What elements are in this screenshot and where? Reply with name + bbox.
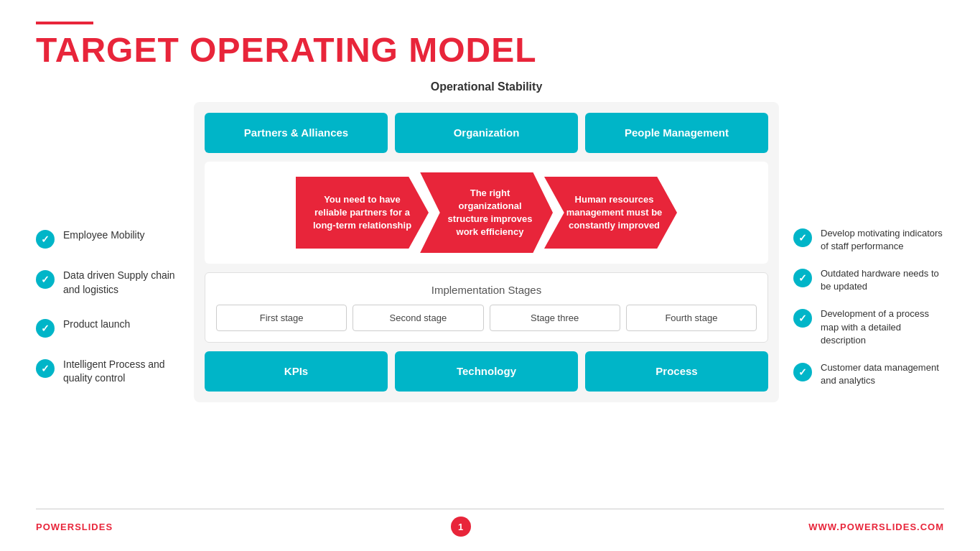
stage-2-button[interactable]: Second stage	[353, 305, 483, 331]
right-item-label-4: Customer data management and analytics	[821, 361, 944, 387]
right-item-4: Customer data management and analytics	[793, 361, 944, 387]
check-icon-4	[36, 359, 55, 378]
organization-button[interactable]: Organization	[395, 113, 578, 153]
right-item-1: Develop motivating indicators of staff p…	[793, 227, 944, 253]
check-icon-1	[36, 230, 55, 249]
header-accent-line	[36, 22, 93, 24]
footer-brand-black: POWER	[36, 522, 75, 532]
center-diagram: Operational Stability Partners & Allianc…	[194, 80, 779, 505]
footer: POWERSLIDES 1 WWW.POWERSLIDES.COM	[36, 509, 944, 537]
stage-4-button[interactable]: Fourth stage	[626, 305, 757, 331]
page-title: TARGET OPERATING MODEL	[36, 30, 944, 70]
right-item-3: Development of a process map with a deta…	[793, 307, 944, 347]
implementation-title: Implementation Stages	[216, 284, 757, 296]
process-button[interactable]: Process	[585, 351, 768, 392]
arrow-text-3: Human resources management must be const…	[566, 193, 663, 233]
page: TARGET OPERATING MODEL Employee Mobility…	[0, 0, 980, 551]
title-black: TARGET OPERATING	[36, 31, 398, 69]
right-item-label-3: Development of a process map with a deta…	[821, 307, 944, 347]
right-item-label-1: Develop motivating indicators of staff p…	[821, 227, 944, 253]
arrow-item-2: The right organizational structure impro…	[420, 172, 553, 254]
arrow-text-1: You need to have reliable partners for a…	[310, 193, 414, 233]
check-icon-2	[36, 270, 55, 289]
bottom-buttons-row: KPIs Technology Process	[205, 351, 768, 392]
arrow-shape-2: The right organizational structure impro…	[420, 172, 553, 254]
right-item-2: Outdated hardware needs to be updated	[793, 267, 944, 293]
left-sidebar: Employee Mobility Data driven Supply cha…	[36, 80, 194, 505]
partners-alliances-button[interactable]: Partners & Alliances	[205, 113, 388, 153]
technology-button[interactable]: Technology	[395, 351, 578, 392]
arrow-shape-1: You need to have reliable partners for a…	[296, 177, 429, 249]
page-badge: 1	[451, 517, 471, 537]
people-management-button[interactable]: People Management	[585, 113, 768, 153]
footer-brand: POWERSLIDES	[36, 522, 113, 532]
left-item-4: Intelligent Process and quality control	[36, 358, 187, 386]
left-item-3: Product launch	[36, 318, 187, 338]
top-buttons-row: Partners & Alliances Organization People…	[205, 113, 768, 153]
arrow-item-3: Human resources management must be const…	[544, 177, 677, 249]
right-sidebar: Develop motivating indicators of staff p…	[779, 80, 944, 505]
left-item-label-2: Data driven Supply chain and logistics	[63, 269, 187, 297]
footer-url: WWW.POWERSLIDES.COM	[808, 522, 944, 532]
arrow-text-2: The right organizational structure impro…	[442, 187, 538, 239]
left-item-2: Data driven Supply chain and logistics	[36, 269, 187, 297]
title-red: MODEL	[409, 31, 536, 69]
left-item-1: Employee Mobility	[36, 228, 187, 249]
footer-brand-red: SLIDES	[75, 522, 113, 532]
stage-1-button[interactable]: First stage	[216, 305, 347, 331]
right-check-icon-3	[793, 309, 812, 328]
operational-stability-label: Operational Stability	[431, 80, 543, 93]
right-check-icon-2	[793, 269, 812, 287]
right-check-icon-1	[793, 228, 812, 247]
check-icon-3	[36, 319, 55, 338]
right-check-icon-4	[793, 363, 812, 381]
diagram-box: Partners & Alliances Organization People…	[194, 102, 779, 402]
footer-page-number: 1	[451, 517, 471, 537]
main-content: Employee Mobility Data driven Supply cha…	[36, 80, 944, 505]
left-item-label-1: Employee Mobility	[63, 228, 145, 243]
left-item-label-4: Intelligent Process and quality control	[63, 358, 187, 386]
arrow-shape-3: Human resources management must be const…	[544, 177, 677, 249]
left-item-label-3: Product launch	[63, 318, 130, 332]
implementation-stages: First stage Second stage Stage three Fou…	[216, 305, 757, 331]
implementation-section: Implementation Stages First stage Second…	[205, 272, 768, 343]
arrows-section: You need to have reliable partners for a…	[205, 162, 768, 264]
arrow-item-1: You need to have reliable partners for a…	[296, 177, 429, 249]
stage-3-button[interactable]: Stage three	[490, 305, 620, 331]
right-item-label-2: Outdated hardware needs to be updated	[821, 267, 944, 293]
kpis-button[interactable]: KPIs	[205, 351, 388, 392]
